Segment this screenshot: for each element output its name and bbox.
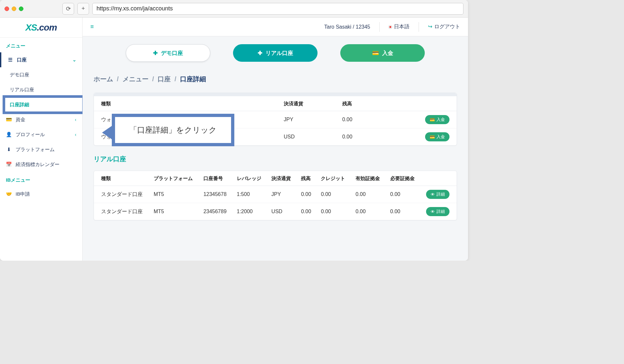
sidebar-item-funds[interactable]: 💳資金 ‹ bbox=[0, 112, 82, 127]
cell-leverage: 1:500 bbox=[232, 186, 267, 203]
minimize-window-icon[interactable] bbox=[12, 6, 16, 11]
user-icon: 👤 bbox=[6, 132, 12, 137]
sidebar-item-platform[interactable]: ⬇プラットフォーム bbox=[0, 142, 82, 157]
window-controls bbox=[5, 6, 23, 11]
demo-account-button[interactable]: ✚ デモ口座 bbox=[126, 44, 210, 62]
cell-currency: JPY bbox=[279, 111, 338, 128]
sidebar-label: プラットフォーム bbox=[16, 147, 55, 153]
deposit-mini-button[interactable]: 💳入金 bbox=[425, 115, 449, 124]
cell-balance: 0.00 bbox=[338, 111, 379, 128]
cell-currency: JPY bbox=[267, 186, 296, 203]
col-type: 種類 bbox=[94, 171, 149, 186]
table-header-row: 種類 プラットフォーム 口座番号 レバレッジ 決済通貨 残高 クレジット 有効証… bbox=[94, 171, 457, 186]
cell-currency: USD bbox=[279, 128, 338, 146]
cell-currency: USD bbox=[267, 203, 296, 220]
handshake-icon: 🤝 bbox=[6, 191, 12, 197]
cell-margin: 0.00 bbox=[386, 186, 421, 203]
cell-leverage: 1:2000 bbox=[232, 203, 267, 220]
download-icon: ⬇ bbox=[6, 147, 12, 152]
cell-credit: 0.00 bbox=[316, 186, 351, 203]
cell-platform: MT5 bbox=[149, 186, 199, 203]
list-icon: ☰ bbox=[7, 57, 13, 63]
close-window-icon[interactable] bbox=[5, 6, 9, 11]
real-accounts-panel: 種類 プラットフォーム 口座番号 レバレッジ 決済通貨 残高 クレジット 有効証… bbox=[94, 171, 457, 220]
browser-window: ⟳ + https://my.xs.com/ja/accounts XS.com… bbox=[0, 0, 468, 261]
sidebar-item-profile[interactable]: 👤プロフィール ‹ bbox=[0, 127, 82, 142]
topbar-user[interactable]: Taro Sasaki / 12345 bbox=[324, 24, 370, 30]
detail-mini-button[interactable]: 👁詳細 bbox=[426, 207, 449, 216]
sidebar-item-real[interactable]: リアル口座 bbox=[0, 82, 82, 97]
deposit-mini-button[interactable]: 💳入金 bbox=[425, 132, 449, 141]
cell-acct-link[interactable]: 23456789 bbox=[199, 203, 232, 220]
logout-label: ログアウト bbox=[434, 24, 460, 29]
table-row: スタンダード口座 MT5 12345678 1:500 JPY 0.00 0.0… bbox=[94, 186, 457, 203]
button-label: 詳細 bbox=[436, 209, 445, 214]
col-balance: 残高 bbox=[338, 96, 379, 111]
maximize-window-icon[interactable] bbox=[19, 6, 23, 11]
cell-credit: 0.00 bbox=[316, 203, 351, 220]
cell-balance: 0.00 bbox=[338, 128, 379, 146]
sidebar-item-demo[interactable]: デモ口座 bbox=[0, 67, 82, 82]
chevron-down-icon: ⌄ bbox=[72, 57, 76, 62]
sidebar-item-ib-apply[interactable]: 🤝IB申請 bbox=[0, 187, 82, 202]
sidebar-label: 口座詳細 bbox=[10, 102, 29, 108]
col-platform: プラットフォーム bbox=[149, 171, 199, 186]
url-text: https://my.xs.com/ja/accounts bbox=[97, 5, 173, 12]
url-input[interactable]: https://my.xs.com/ja/accounts bbox=[92, 3, 463, 15]
logo-dotcom: .com bbox=[37, 22, 57, 32]
breadcrumb: ホーム / メニュー / 口座 / 口座詳細 bbox=[83, 65, 468, 87]
table-row: スタンダード口座 MT5 23456789 1:2000 USD 0.00 0.… bbox=[94, 203, 457, 220]
sidebar-label: 口座 bbox=[17, 57, 27, 63]
language-selector[interactable]: 日本語 bbox=[389, 23, 410, 30]
callout-text: 「口座詳細」をクリック bbox=[115, 117, 231, 143]
button-label: 入金 bbox=[436, 117, 445, 123]
card-icon: 💳 bbox=[430, 135, 435, 139]
calendar-icon: 📅 bbox=[6, 162, 12, 167]
wallet-icon: 💳 bbox=[6, 117, 12, 123]
breadcrumb-menu[interactable]: メニュー bbox=[123, 75, 149, 83]
callout-arrow-icon bbox=[102, 125, 112, 140]
sidebar-item-account-detail[interactable]: 口座詳細 bbox=[0, 97, 82, 112]
button-label: デモ口座 bbox=[161, 49, 183, 57]
deposit-button[interactable]: 💳 入金 bbox=[340, 44, 425, 62]
reload-button[interactable]: ⟳ bbox=[62, 3, 74, 15]
card-icon: 💳 bbox=[372, 50, 379, 57]
menu-toggle-icon[interactable]: ≡ bbox=[90, 23, 94, 30]
chevron-left-icon: ‹ bbox=[75, 117, 76, 122]
sidebar-section-menu: メニュー bbox=[0, 38, 82, 52]
breadcrumb-home[interactable]: ホーム bbox=[94, 75, 113, 83]
breadcrumb-accounts[interactable]: 口座 bbox=[158, 75, 171, 83]
col-equity: 有効証拠金 bbox=[351, 171, 386, 186]
col-action bbox=[420, 171, 457, 186]
sidebar-item-calendar[interactable]: 📅経済指標カレンダー bbox=[0, 157, 82, 172]
col-action bbox=[379, 96, 457, 111]
col-leverage: レバレッジ bbox=[232, 171, 267, 186]
content-area: ≡ Taro Sasaki / 12345 日本語 ↪ログアウト ✚ デモ口座 … bbox=[83, 18, 468, 261]
new-tab-button[interactable]: + bbox=[77, 3, 89, 15]
chevron-left-icon: ‹ bbox=[75, 132, 76, 137]
flag-icon bbox=[389, 25, 392, 29]
cell-margin: 0.00 bbox=[386, 203, 421, 220]
cell-platform: MT5 bbox=[149, 203, 199, 220]
detail-mini-button[interactable]: 👁詳細 bbox=[426, 190, 449, 199]
real-account-button[interactable]: ✚ リアル口座 bbox=[233, 44, 318, 62]
cell-acct-link[interactable]: 12345678 bbox=[199, 186, 232, 203]
cell-type: スタンダード口座 bbox=[94, 203, 149, 220]
sidebar-label: 経済指標カレンダー bbox=[16, 162, 59, 168]
plus-icon: ✚ bbox=[258, 50, 262, 57]
logout-button[interactable]: ↪ログアウト bbox=[428, 23, 460, 30]
separator bbox=[379, 22, 380, 32]
card-icon: 💳 bbox=[430, 117, 435, 122]
topbar: ≡ Taro Sasaki / 12345 日本語 ↪ログアウト bbox=[83, 18, 468, 36]
panel-header-bar bbox=[94, 93, 457, 96]
breadcrumb-current: 口座詳細 bbox=[180, 75, 206, 83]
table-header-row: 種類 決済通貨 残高 bbox=[94, 96, 457, 111]
language-label: 日本語 bbox=[394, 24, 410, 29]
real-section-title: リアル口座 bbox=[83, 146, 468, 165]
col-margin: 必要証拠金 bbox=[386, 171, 421, 186]
sidebar-item-accounts[interactable]: ☰口座 ⌄ bbox=[0, 52, 82, 67]
col-currency: 決済通貨 bbox=[279, 96, 338, 111]
button-label: 入金 bbox=[436, 134, 445, 140]
sidebar: XS.com メニュー ☰口座 ⌄ デモ口座 リアル口座 口座詳細 💳 bbox=[0, 18, 83, 261]
sidebar-label: デモ口座 bbox=[10, 72, 29, 78]
